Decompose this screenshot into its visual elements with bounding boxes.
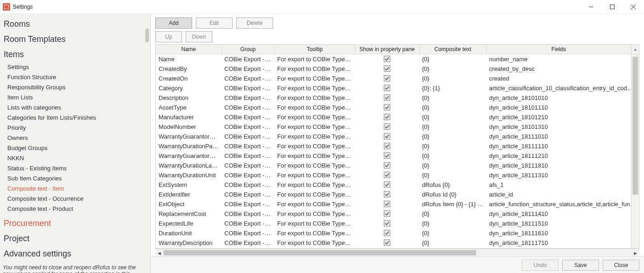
section-header[interactable]: Advanced settings — [0, 246, 150, 261]
nav-item[interactable]: Responsibility Groups — [7, 82, 150, 93]
checkbox-icon[interactable] — [384, 85, 390, 91]
nav-item[interactable]: Composite text - Product — [7, 204, 150, 214]
toolbar: Add Edit Delete Up Down — [151, 14, 644, 43]
section-header[interactable]: Rooms — [0, 17, 150, 32]
cell-name: ExtSystem — [156, 180, 222, 190]
column-header[interactable]: Show in property pane — [355, 45, 419, 54]
nav-item[interactable]: Priority — [7, 123, 150, 133]
add-button[interactable]: Add — [155, 17, 192, 29]
checkbox-icon[interactable] — [384, 143, 390, 149]
checkbox-icon[interactable] — [384, 133, 390, 139]
nav-item[interactable]: Status - Existing Items — [7, 163, 150, 174]
checkbox-icon[interactable] — [384, 114, 390, 120]
scroll-right-arrow[interactable]: ▶ — [632, 249, 639, 257]
delete-button[interactable]: Delete — [236, 17, 273, 29]
table-row[interactable]: ExpectedLifeCOBie Export - TypeFor expor… — [156, 219, 639, 228]
cell-tooltip: For export to COBie Type sheet — [274, 141, 355, 151]
checkbox-icon[interactable] — [384, 56, 390, 62]
nav-item[interactable]: Item Lists — [7, 93, 150, 103]
table-row[interactable]: ExtObjectCOBie Export - TypeFor export t… — [156, 199, 639, 209]
close-button[interactable] — [623, 0, 644, 13]
cell-name: CreatedBy — [156, 64, 222, 74]
table-row[interactable]: ManufacturerCOBie Export - TypeFor expor… — [156, 112, 639, 122]
nav-item[interactable]: Settings — [7, 62, 150, 72]
sidebar-scrollbar[interactable] — [145, 16, 149, 245]
undo-button[interactable]: Undo — [522, 260, 559, 271]
table-row[interactable]: WarrantyDurationUnitCOBie Export - TypeF… — [156, 170, 639, 180]
edit-button[interactable]: Edit — [196, 17, 233, 29]
table-row[interactable]: ExtIdentifierCOBie Export - TypeFor expo… — [156, 190, 639, 199]
column-header[interactable]: Fields — [486, 45, 631, 54]
maximize-button[interactable] — [602, 0, 623, 13]
nav-item[interactable]: NKKN — [7, 153, 150, 163]
checkbox-icon[interactable] — [384, 104, 390, 110]
cell-name: CreatedOn — [156, 74, 222, 83]
checkbox-icon[interactable] — [384, 123, 390, 130]
table-row[interactable]: ReplacementCostCOBie Export - TypeFor ex… — [156, 209, 639, 219]
nav-item[interactable]: Owners — [7, 133, 150, 143]
up-button[interactable]: Up — [155, 31, 182, 42]
app-icon — [3, 3, 10, 11]
section-header[interactable]: Procurement — [0, 216, 150, 231]
vertical-scrollbar[interactable] — [631, 55, 639, 248]
checkbox-icon[interactable] — [384, 75, 390, 81]
checkbox-icon[interactable] — [384, 181, 390, 188]
table-row[interactable]: WarrantyDescriptionCOBie Export - TypeFo… — [156, 238, 639, 248]
section-header[interactable]: Project — [0, 231, 150, 246]
cell-group: COBie Export - Type — [222, 238, 274, 248]
minimize-button[interactable] — [581, 0, 602, 13]
checkbox-icon[interactable] — [384, 94, 390, 101]
table-row[interactable]: CreatedByCOBie Export - TypeFor export t… — [156, 64, 639, 74]
checkbox-icon[interactable] — [384, 162, 390, 168]
horizontal-scrollbar-thumb[interactable] — [164, 250, 476, 256]
section-header[interactable]: Items — [0, 47, 150, 62]
table-row[interactable]: CategoryCOBie Export - TypeFor export to… — [156, 83, 639, 93]
table-row[interactable]: ModelNumberCOBie Export - TypeFor export… — [156, 122, 639, 132]
table-row[interactable]: DescriptionCOBie Export - TypeFor export… — [156, 93, 639, 103]
table-row[interactable]: WarrantyGuarantorLaborCOBie Export - Typ… — [156, 151, 639, 161]
checkbox-icon[interactable] — [384, 239, 390, 246]
nav-item[interactable]: Sub Item Categories — [7, 174, 150, 184]
cell-name: ModelNumber — [156, 122, 222, 132]
table-row[interactable]: CreatedOnCOBie Export - TypeFor export t… — [156, 74, 639, 83]
nav-item[interactable]: Categories for Item Lists/Finishes — [7, 113, 150, 123]
column-header[interactable]: Composite text — [419, 45, 486, 54]
cell-show — [355, 151, 419, 161]
nav-item[interactable]: Budget Groups — [7, 143, 150, 153]
sidebar-scrollbar-thumb[interactable] — [145, 29, 149, 42]
checkbox-icon[interactable] — [384, 201, 390, 207]
nav-item[interactable]: Composite text - Occurrence — [7, 194, 150, 204]
column-header[interactable]: Group — [222, 45, 274, 54]
checkbox-icon[interactable] — [384, 152, 390, 159]
section-header[interactable]: Room Templates — [0, 32, 150, 47]
close-dialog-button[interactable]: Close — [603, 260, 639, 271]
down-button[interactable]: Down — [186, 31, 212, 42]
cell-fields: dyn_article_18101310 — [486, 122, 639, 132]
checkbox-icon[interactable] — [384, 65, 390, 72]
scroll-left-arrow[interactable]: ◀ — [155, 249, 163, 257]
vertical-scrollbar-thumb[interactable] — [633, 57, 638, 195]
scroll-up-arrow[interactable]: ▲ — [631, 45, 639, 55]
checkbox-icon[interactable] — [384, 172, 390, 178]
table-row[interactable]: AssetTypeCOBie Export - TypeFor export t… — [156, 103, 639, 112]
table-row[interactable]: WarrantyDurationLaborCOBie Export - Type… — [156, 161, 639, 170]
nav-item[interactable]: Lists with categories — [7, 103, 150, 113]
save-button[interactable]: Save — [562, 260, 599, 271]
table-row[interactable]: WarrantyGuarantorPartsCOBie Export - Typ… — [156, 132, 639, 141]
table-body-scroll[interactable]: NameCOBie Export - TypeFor export to COB… — [156, 54, 639, 248]
column-header[interactable]: Tooltip — [274, 45, 355, 54]
nav-item[interactable]: Function Structure — [7, 72, 150, 82]
cell-show — [355, 93, 419, 103]
horizontal-scrollbar[interactable]: ◀ ▶ — [155, 249, 639, 256]
nav-item[interactable]: Composite text - Item — [7, 184, 150, 194]
table-row[interactable]: ExtSystemCOBie Export - TypeFor export t… — [156, 180, 639, 190]
checkbox-icon[interactable] — [384, 220, 390, 227]
table-row[interactable]: WarrantyDurationPartsCOBie Export - Type… — [156, 141, 639, 151]
checkbox-icon[interactable] — [384, 191, 390, 197]
cell-group: COBie Export - Type — [222, 199, 274, 209]
table-row[interactable]: NameCOBie Export - TypeFor export to COB… — [156, 54, 639, 64]
column-header[interactable]: Name — [156, 45, 222, 54]
table-row[interactable]: DurationUnitCOBie Export - TypeFor expor… — [156, 228, 639, 238]
checkbox-icon[interactable] — [384, 230, 390, 236]
checkbox-icon[interactable] — [384, 210, 390, 217]
